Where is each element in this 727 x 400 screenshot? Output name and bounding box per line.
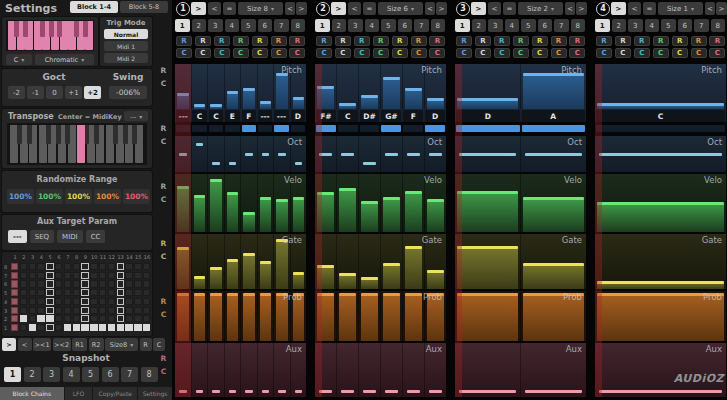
- oct-value-dash[interactable]: [196, 143, 204, 146]
- pitch-bar[interactable]: [243, 91, 255, 109]
- step-randomize-button[interactable]: R: [513, 36, 529, 46]
- step-clear-button[interactable]: C: [289, 48, 305, 58]
- step-select-button[interactable]: 1: [175, 19, 190, 32]
- step-select-button[interactable]: 3: [488, 19, 503, 32]
- note-label[interactable]: F#: [316, 110, 336, 122]
- gate-bar[interactable]: [210, 268, 222, 289]
- step-select-button[interactable]: 4: [365, 19, 380, 32]
- step-randomize-button[interactable]: R: [456, 36, 472, 46]
- transpose-black-key[interactable]: [65, 125, 70, 144]
- step-select-button[interactable]: 6: [538, 19, 553, 32]
- prob-bar[interactable]: [243, 294, 255, 341]
- step-randomize-button[interactable]: R: [551, 36, 567, 46]
- prob-bar[interactable]: [405, 294, 422, 341]
- step-randomize-button[interactable]: R: [373, 36, 389, 46]
- prob-bar[interactable]: [177, 294, 189, 341]
- step-select-button[interactable]: 5: [661, 19, 676, 32]
- velo-bar[interactable]: [523, 198, 584, 232]
- oct-value-dash[interactable]: [599, 153, 722, 156]
- oct-value-dash[interactable]: [262, 153, 270, 156]
- tie-cell[interactable]: [176, 125, 190, 132]
- oct-value-dash[interactable]: [295, 162, 303, 165]
- pitch-bar[interactable]: [457, 101, 518, 109]
- pitch-step[interactable]: [315, 64, 337, 109]
- pitch-step[interactable]: [258, 64, 275, 109]
- note-label[interactable]: D: [425, 110, 445, 122]
- oct-value-dash[interactable]: [429, 153, 442, 156]
- velo-bar[interactable]: [457, 192, 518, 232]
- aux-value-dash[interactable]: [319, 390, 332, 393]
- oct-step[interactable]: [403, 136, 425, 172]
- tie-cell[interactable]: [425, 125, 445, 132]
- transpose-black-key[interactable]: [27, 125, 32, 144]
- pitch-bar[interactable]: [427, 101, 444, 109]
- step-select-button[interactable]: 6: [258, 19, 273, 32]
- step-clear-button[interactable]: C: [551, 48, 567, 58]
- prob-bar[interactable]: [317, 294, 334, 341]
- step-clear-button[interactable]: C: [176, 48, 192, 58]
- note-label[interactable]: E: [225, 110, 239, 122]
- piano-black-key[interactable]: [83, 21, 88, 37]
- aux-value-dash[interactable]: [196, 390, 204, 393]
- tie-cell[interactable]: [242, 125, 256, 132]
- velo-bar[interactable]: [243, 213, 255, 232]
- step-select-button[interactable]: 7: [694, 19, 709, 32]
- step-clear-button[interactable]: C: [672, 48, 688, 58]
- step-randomize-button[interactable]: R: [354, 36, 370, 46]
- oct-value-dash[interactable]: [212, 162, 220, 165]
- oct-step[interactable]: [315, 136, 337, 172]
- pitch-step[interactable]: [175, 64, 192, 109]
- velo-bar[interactable]: [405, 192, 422, 232]
- piano-black-key[interactable]: [57, 21, 62, 37]
- transpose-black-key[interactable]: [84, 125, 89, 144]
- tie-cell[interactable]: [381, 125, 401, 132]
- note-label[interactable]: ---: [258, 110, 272, 122]
- step-select-button[interactable]: 1: [315, 19, 330, 32]
- pitch-bar[interactable]: [260, 104, 272, 109]
- velo-step[interactable]: [258, 174, 275, 232]
- prob-bar[interactable]: [457, 294, 518, 341]
- gate-step[interactable]: [225, 234, 242, 289]
- velo-step[interactable]: [381, 174, 403, 232]
- nav-prev-button[interactable]: <: [705, 2, 715, 15]
- oct-step[interactable]: [337, 136, 359, 172]
- gate-step[interactable]: [258, 234, 275, 289]
- oct-value-dash[interactable]: [179, 153, 187, 156]
- velo-bar[interactable]: [177, 187, 189, 232]
- velo-step[interactable]: [208, 174, 225, 232]
- oct-step[interactable]: [175, 136, 192, 172]
- piano-black-key[interactable]: [14, 21, 19, 37]
- step-clear-button[interactable]: C: [615, 48, 631, 58]
- prob-step[interactable]: [208, 291, 225, 341]
- reverse-direction-button[interactable]: <: [488, 2, 501, 15]
- play-direction-button[interactable]: >: [471, 2, 486, 15]
- step-randomize-button[interactable]: R: [252, 36, 268, 46]
- step-clear-button[interactable]: C: [456, 48, 472, 58]
- note-label[interactable]: C: [209, 110, 223, 122]
- prob-step[interactable]: [315, 291, 337, 341]
- velo-bar[interactable]: [339, 189, 356, 232]
- transpose-black-key[interactable]: [46, 125, 51, 144]
- gate-step[interactable]: [455, 234, 521, 289]
- transpose-key[interactable]: [77, 125, 85, 163]
- tie-cell[interactable]: [456, 125, 520, 132]
- step-randomize-button[interactable]: R: [429, 36, 445, 46]
- velo-step[interactable]: [192, 174, 209, 232]
- step-randomize-button[interactable]: R: [335, 36, 351, 46]
- velo-bar[interactable]: [210, 180, 222, 232]
- tie-cell[interactable]: [316, 125, 336, 132]
- prob-step[interactable]: [258, 291, 275, 341]
- tie-cell[interactable]: [522, 125, 586, 132]
- note-label[interactable]: F: [242, 110, 256, 122]
- velo-step[interactable]: [241, 174, 258, 232]
- prob-bar[interactable]: [339, 294, 356, 341]
- aux-step[interactable]: [359, 343, 381, 397]
- sync-button[interactable]: =: [643, 2, 656, 15]
- aux-step[interactable]: [315, 343, 337, 397]
- size-dropdown[interactable]: Size 6: [378, 2, 423, 15]
- oct-value-dash[interactable]: [525, 153, 582, 156]
- aux-value-dash[interactable]: [525, 390, 582, 393]
- pitch-step[interactable]: [337, 64, 359, 109]
- piano-black-key[interactable]: [74, 21, 79, 37]
- gate-bar[interactable]: [227, 260, 239, 289]
